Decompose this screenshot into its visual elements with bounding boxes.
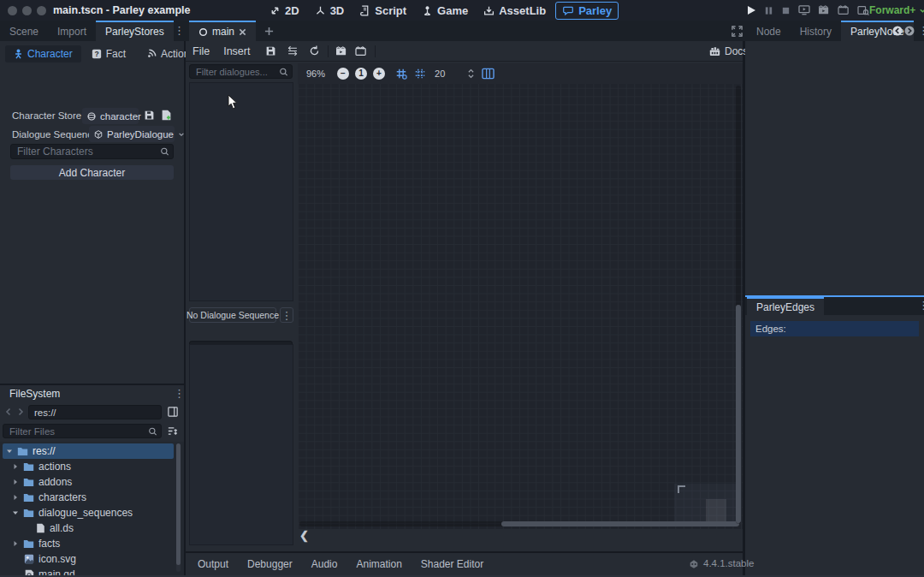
- tree-row-icon-svg[interactable]: icon.svg: [24, 551, 175, 567]
- dialogue-sequence-select[interactable]: ParleyDialogue: [89, 126, 175, 142]
- tab-filesystem[interactable]: FileSystem: [0, 385, 184, 402]
- tree-row-characters[interactable]: characters: [12, 490, 175, 505]
- play-scene-button[interactable]: [818, 5, 830, 15]
- scene-tab-main[interactable]: main: [189, 21, 256, 41]
- graph-minimap[interactable]: [674, 484, 739, 524]
- add-scene-tab-button[interactable]: [264, 27, 274, 36]
- workspace-3d[interactable]: 3D: [309, 3, 351, 19]
- caret-down-icon[interactable]: [12, 509, 19, 516]
- tree-row-dialogue-sequences[interactable]: dialogue_sequences: [12, 505, 175, 520]
- filter-dialogues-input[interactable]: [189, 64, 293, 79]
- workspace-script[interactable]: Script: [353, 3, 412, 19]
- tab-history[interactable]: History: [791, 21, 841, 41]
- save-icon[interactable]: [265, 45, 276, 57]
- bottom-tab-debugger[interactable]: Debugger: [238, 558, 302, 570]
- edges-header-row[interactable]: Edges:: [750, 321, 919, 336]
- bottom-tab-animation[interactable]: Animation: [346, 558, 411, 570]
- store-tab-fact[interactable]: ? Fact: [81, 45, 136, 62]
- window-zoom-button[interactable]: [37, 6, 46, 15]
- run-dialogue-from-icon[interactable]: [355, 46, 367, 57]
- dock-menu-icon[interactable]: ⋮: [174, 25, 185, 36]
- caret-right-icon[interactable]: [12, 463, 19, 470]
- zoom-reset-button[interactable]: 1: [355, 68, 367, 80]
- tab-import[interactable]: Import: [48, 21, 96, 41]
- tree-row-all-ds[interactable]: all.ds: [36, 520, 175, 536]
- play-button[interactable]: [746, 5, 756, 15]
- save-store-icon[interactable]: [144, 110, 155, 121]
- history-forward-icon[interactable]: [904, 26, 915, 36]
- snap-toggle-icon[interactable]: [395, 68, 407, 80]
- minimap-toggle-icon[interactable]: [482, 68, 495, 80]
- right-dock-menu-icon[interactable]: ⋮: [918, 25, 924, 36]
- split-mode-icon[interactable]: [168, 407, 178, 417]
- workspace-game[interactable]: Game: [416, 3, 474, 19]
- docs-button[interactable]: Docs: [709, 41, 748, 62]
- nodes-list[interactable]: [189, 344, 293, 545]
- collapse-sidebar-chevron[interactable]: ❮: [299, 529, 309, 542]
- tree-row-facts[interactable]: facts: [12, 536, 175, 551]
- filesystem-menu-icon[interactable]: ⋮: [174, 388, 185, 399]
- path-field[interactable]: res://: [28, 405, 162, 419]
- distraction-free-icon[interactable]: [732, 26, 743, 37]
- new-store-icon[interactable]: [161, 110, 172, 121]
- zoom-out-button[interactable]: −: [337, 68, 349, 80]
- bottom-tab-audio[interactable]: Audio: [302, 558, 347, 570]
- filesystem-scrollbar[interactable]: [176, 443, 181, 572]
- character-store-select[interactable]: character: [82, 108, 139, 124]
- caret-right-icon[interactable]: [12, 494, 19, 501]
- sort-files-icon[interactable]: [167, 425, 178, 437]
- snap-step-spinner[interactable]: [467, 68, 475, 80]
- play-remote-button[interactable]: [798, 5, 810, 15]
- arrange-nodes-icon[interactable]: [287, 45, 299, 57]
- pause-button[interactable]: [764, 6, 773, 15]
- workspace-parley[interactable]: Parley: [555, 2, 619, 20]
- tree-row-main-gd[interactable]: main.gd: [24, 567, 175, 575]
- refresh-icon[interactable]: [309, 45, 320, 57]
- tree-row-actions[interactable]: actions: [12, 459, 175, 474]
- nav-forward-icon[interactable]: [16, 407, 25, 416]
- sequence-menu-button[interactable]: ⋮: [280, 307, 293, 323]
- workspace-2d[interactable]: 2D: [264, 3, 305, 19]
- dialogues-list[interactable]: [189, 82, 293, 301]
- add-character-button[interactable]: Add Character: [10, 165, 174, 180]
- scrollbar-handle[interactable]: [176, 443, 181, 565]
- caret-down-icon[interactable]: [6, 448, 13, 455]
- window-minimize-button[interactable]: [22, 6, 32, 15]
- stop-button[interactable]: [781, 6, 791, 15]
- hscroll-handle[interactable]: [501, 521, 739, 526]
- script-icon: [359, 5, 370, 16]
- filter-characters-input[interactable]: [10, 144, 174, 159]
- movie-maker-toggle[interactable]: [857, 5, 869, 15]
- graph-hscrollbar[interactable]: [299, 521, 739, 526]
- play-custom-scene-button[interactable]: [838, 5, 850, 15]
- tab-parley-edges[interactable]: ParleyEdges: [747, 297, 824, 315]
- title-bar: main.tscn - Parley example 2D 3D Script …: [0, 0, 924, 21]
- store-tab-character[interactable]: Character: [5, 45, 81, 62]
- menu-insert[interactable]: Insert: [216, 45, 257, 57]
- renderer-select[interactable]: Forward+: [869, 0, 924, 21]
- close-tab-icon[interactable]: [239, 28, 246, 36]
- nav-back-icon[interactable]: [4, 407, 13, 416]
- zoom-in-button[interactable]: +: [373, 68, 385, 80]
- edges-menu-icon[interactable]: ⋮: [918, 300, 924, 311]
- tab-parley-node[interactable]: ParleyNode: [841, 21, 914, 41]
- caret-right-icon[interactable]: [12, 540, 19, 547]
- workspace-assetlib[interactable]: AssetLib: [477, 3, 552, 19]
- run-dialogue-icon[interactable]: [335, 46, 347, 57]
- tree-row-res[interactable]: res://: [3, 443, 174, 459]
- history-back-icon[interactable]: [892, 26, 903, 36]
- tab-parley-stores[interactable]: ParleyStores: [96, 21, 174, 41]
- bottom-tab-shader-editor[interactable]: Shader Editor: [412, 558, 493, 570]
- vscroll-handle[interactable]: [736, 305, 741, 523]
- caret-right-icon[interactable]: [12, 479, 19, 485]
- window-close-button[interactable]: [8, 6, 17, 15]
- bottom-tab-output[interactable]: Output: [188, 558, 238, 570]
- tab-scene[interactable]: Scene: [0, 21, 48, 41]
- grid-toggle-icon[interactable]: [414, 68, 426, 80]
- graph-vscrollbar[interactable]: [736, 86, 741, 524]
- tab-node[interactable]: Node: [747, 21, 791, 41]
- filter-files-input[interactable]: [3, 424, 162, 438]
- menu-file[interactable]: File: [186, 45, 216, 57]
- tree-row-addons[interactable]: addons: [12, 474, 175, 490]
- dialogue-graph[interactable]: 96% − 1 + 20: [298, 63, 743, 529]
